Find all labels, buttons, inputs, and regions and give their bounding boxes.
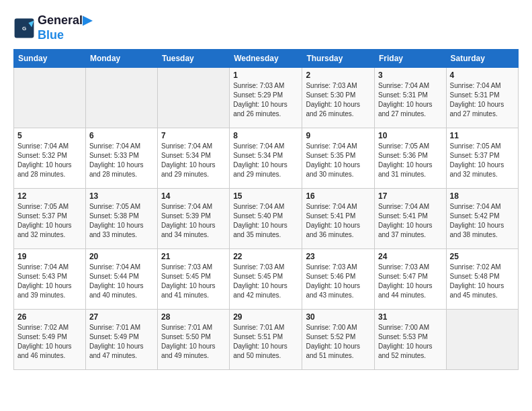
calendar-cell: 19Sunrise: 7:04 AM Sunset: 5:43 PM Dayli…	[14, 249, 86, 310]
calendar-cell: 20Sunrise: 7:04 AM Sunset: 5:44 PM Dayli…	[85, 249, 157, 310]
calendar-cell: 29Sunrise: 7:01 AM Sunset: 5:51 PM Dayli…	[230, 310, 302, 370]
calendar-cell: 9Sunrise: 7:04 AM Sunset: 5:35 PM Daylig…	[302, 128, 375, 189]
day-header-thursday: Thursday	[302, 50, 375, 68]
day-info: Sunrise: 7:00 AM Sunset: 5:53 PM Dayligh…	[378, 323, 443, 361]
day-header-monday: Monday	[85, 50, 157, 68]
day-info: Sunrise: 7:05 AM Sunset: 5:38 PM Dayligh…	[89, 202, 154, 240]
calendar-table: SundayMondayTuesdayWednesdayThursdayFrid…	[13, 49, 519, 370]
calendar-week-5: 26Sunrise: 7:02 AM Sunset: 5:49 PM Dayli…	[14, 310, 519, 370]
logo-text: General▶ Blue	[38, 13, 92, 42]
calendar-cell: 3Sunrise: 7:04 AM Sunset: 5:31 PM Daylig…	[374, 68, 446, 128]
calendar-cell: 24Sunrise: 7:03 AM Sunset: 5:47 PM Dayli…	[374, 249, 446, 310]
day-number: 28	[161, 312, 226, 322]
day-info: Sunrise: 7:04 AM Sunset: 5:40 PM Dayligh…	[233, 202, 298, 240]
svg-text:G: G	[22, 26, 26, 32]
day-number: 17	[378, 191, 443, 201]
logo: G General▶ Blue	[13, 13, 92, 42]
day-info: Sunrise: 7:04 AM Sunset: 5:31 PM Dayligh…	[378, 81, 443, 119]
day-number: 23	[306, 252, 371, 261]
day-number: 29	[233, 312, 298, 322]
day-info: Sunrise: 7:04 AM Sunset: 5:44 PM Dayligh…	[89, 263, 154, 300]
calendar-cell: 13Sunrise: 7:05 AM Sunset: 5:38 PM Dayli…	[85, 189, 157, 249]
day-number: 5	[17, 131, 82, 140]
day-info: Sunrise: 7:04 AM Sunset: 5:35 PM Dayligh…	[306, 142, 371, 179]
calendar-cell: 30Sunrise: 7:00 AM Sunset: 5:52 PM Dayli…	[302, 310, 375, 370]
calendar-cell: 10Sunrise: 7:05 AM Sunset: 5:36 PM Dayli…	[374, 128, 446, 189]
day-info: Sunrise: 7:03 AM Sunset: 5:29 PM Dayligh…	[233, 81, 298, 119]
day-number: 27	[89, 312, 154, 322]
day-header-friday: Friday	[374, 50, 446, 68]
day-number: 20	[89, 252, 154, 261]
calendar-cell: 1Sunrise: 7:03 AM Sunset: 5:29 PM Daylig…	[230, 68, 302, 128]
day-number: 14	[161, 191, 226, 201]
day-header-tuesday: Tuesday	[157, 50, 229, 68]
day-info: Sunrise: 7:04 AM Sunset: 5:41 PM Dayligh…	[378, 202, 443, 240]
calendar-week-3: 12Sunrise: 7:05 AM Sunset: 5:37 PM Dayli…	[14, 189, 519, 249]
calendar-cell: 25Sunrise: 7:02 AM Sunset: 5:48 PM Dayli…	[446, 249, 518, 310]
day-info: Sunrise: 7:03 AM Sunset: 5:45 PM Dayligh…	[233, 263, 298, 300]
day-header-sunday: Sunday	[14, 50, 86, 68]
day-number: 22	[233, 252, 298, 261]
day-number: 8	[233, 131, 298, 140]
calendar-cell: 28Sunrise: 7:01 AM Sunset: 5:50 PM Dayli…	[157, 310, 229, 370]
page-header: G General▶ Blue	[13, 13, 519, 42]
day-number: 19	[17, 252, 82, 261]
day-header-saturday: Saturday	[446, 50, 518, 68]
calendar-cell	[14, 68, 86, 128]
logo-icon: G	[13, 17, 35, 39]
day-info: Sunrise: 7:05 AM Sunset: 5:37 PM Dayligh…	[17, 202, 82, 240]
calendar-header: SundayMondayTuesdayWednesdayThursdayFrid…	[14, 50, 519, 68]
calendar-cell: 12Sunrise: 7:05 AM Sunset: 5:37 PM Dayli…	[14, 189, 86, 249]
day-info: Sunrise: 7:01 AM Sunset: 5:50 PM Dayligh…	[161, 323, 226, 361]
day-number: 25	[450, 252, 515, 261]
day-info: Sunrise: 7:04 AM Sunset: 5:34 PM Dayligh…	[161, 142, 226, 179]
day-number: 24	[378, 252, 443, 261]
calendar-cell: 2Sunrise: 7:03 AM Sunset: 5:30 PM Daylig…	[302, 68, 375, 128]
day-number: 6	[89, 131, 154, 140]
calendar-week-2: 5Sunrise: 7:04 AM Sunset: 5:32 PM Daylig…	[14, 128, 519, 189]
day-info: Sunrise: 7:01 AM Sunset: 5:51 PM Dayligh…	[233, 323, 298, 361]
day-number: 4	[450, 71, 515, 80]
calendar-cell: 22Sunrise: 7:03 AM Sunset: 5:45 PM Dayli…	[230, 249, 302, 310]
day-number: 18	[450, 191, 515, 201]
calendar-cell: 27Sunrise: 7:01 AM Sunset: 5:49 PM Dayli…	[85, 310, 157, 370]
day-info: Sunrise: 7:04 AM Sunset: 5:34 PM Dayligh…	[233, 142, 298, 179]
day-number: 3	[378, 71, 443, 80]
calendar-cell: 6Sunrise: 7:04 AM Sunset: 5:33 PM Daylig…	[85, 128, 157, 189]
day-info: Sunrise: 7:02 AM Sunset: 5:48 PM Dayligh…	[450, 263, 515, 300]
day-info: Sunrise: 7:04 AM Sunset: 5:41 PM Dayligh…	[306, 202, 371, 240]
day-number: 26	[17, 312, 82, 322]
day-number: 11	[450, 131, 515, 140]
calendar-cell: 5Sunrise: 7:04 AM Sunset: 5:32 PM Daylig…	[14, 128, 86, 189]
day-number: 21	[161, 252, 226, 261]
calendar-cell	[446, 310, 518, 370]
day-info: Sunrise: 7:03 AM Sunset: 5:45 PM Dayligh…	[161, 263, 226, 300]
calendar-week-4: 19Sunrise: 7:04 AM Sunset: 5:43 PM Dayli…	[14, 249, 519, 310]
calendar-cell	[85, 68, 157, 128]
day-number: 10	[378, 131, 443, 140]
calendar-cell: 16Sunrise: 7:04 AM Sunset: 5:41 PM Dayli…	[302, 189, 375, 249]
day-number: 2	[306, 71, 371, 80]
day-number: 9	[306, 131, 371, 140]
day-info: Sunrise: 7:05 AM Sunset: 5:36 PM Dayligh…	[378, 142, 443, 179]
day-number: 1	[233, 71, 298, 80]
day-info: Sunrise: 7:03 AM Sunset: 5:47 PM Dayligh…	[378, 263, 443, 300]
day-number: 30	[306, 312, 371, 322]
day-number: 31	[378, 312, 443, 322]
day-number: 15	[233, 191, 298, 201]
day-number: 13	[89, 191, 154, 201]
calendar-cell: 31Sunrise: 7:00 AM Sunset: 5:53 PM Dayli…	[374, 310, 446, 370]
day-info: Sunrise: 7:00 AM Sunset: 5:52 PM Dayligh…	[306, 323, 371, 361]
day-info: Sunrise: 7:04 AM Sunset: 5:39 PM Dayligh…	[161, 202, 226, 240]
calendar-cell: 7Sunrise: 7:04 AM Sunset: 5:34 PM Daylig…	[157, 128, 229, 189]
calendar-cell: 14Sunrise: 7:04 AM Sunset: 5:39 PM Dayli…	[157, 189, 229, 249]
day-info: Sunrise: 7:01 AM Sunset: 5:49 PM Dayligh…	[89, 323, 154, 361]
day-number: 12	[17, 191, 82, 201]
calendar-cell: 11Sunrise: 7:05 AM Sunset: 5:37 PM Dayli…	[446, 128, 518, 189]
day-number: 7	[161, 131, 226, 140]
calendar-cell: 18Sunrise: 7:04 AM Sunset: 5:42 PM Dayli…	[446, 189, 518, 249]
calendar-cell: 4Sunrise: 7:04 AM Sunset: 5:31 PM Daylig…	[446, 68, 518, 128]
day-info: Sunrise: 7:02 AM Sunset: 5:49 PM Dayligh…	[17, 323, 82, 361]
calendar-cell: 23Sunrise: 7:03 AM Sunset: 5:46 PM Dayli…	[302, 249, 375, 310]
day-info: Sunrise: 7:03 AM Sunset: 5:46 PM Dayligh…	[306, 263, 371, 300]
